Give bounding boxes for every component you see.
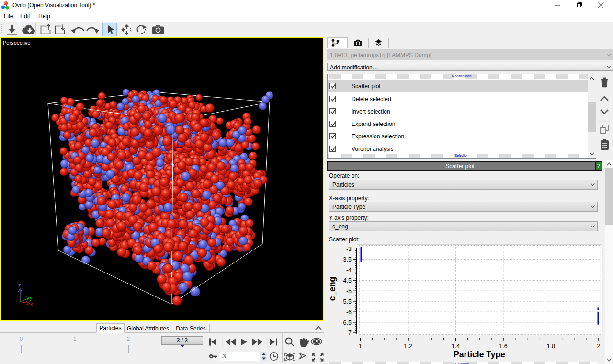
svg-text:1.6: 1.6 <box>499 343 507 350</box>
svg-text:2: 2 <box>597 343 601 350</box>
svg-text:-3: -3 <box>346 246 352 252</box>
svg-text:-6.5: -6.5 <box>341 319 352 326</box>
svg-text:x: x <box>30 301 33 307</box>
svg-text:-5: -5 <box>346 288 352 295</box>
svg-text:-6: -6 <box>346 309 352 316</box>
svg-text:Particle Type: Particle Type <box>454 350 505 359</box>
svg-text:-5.5: -5.5 <box>341 298 352 305</box>
svg-text:-4: -4 <box>346 267 352 273</box>
svg-text:y: y <box>30 295 33 301</box>
svg-text:-7: -7 <box>346 330 352 336</box>
svg-text:1.2: 1.2 <box>404 343 412 350</box>
svg-text:3: 3 <box>222 353 226 360</box>
svg-text:z: z <box>18 283 21 288</box>
svg-text:1: 1 <box>359 343 362 350</box>
svg-text:-3.5: -3.5 <box>341 256 352 263</box>
svg-text:1.4: 1.4 <box>452 343 460 350</box>
svg-text:1.8: 1.8 <box>547 343 555 350</box>
svg-text:c_eng: c_eng <box>328 277 337 301</box>
svg-text:-4.5: -4.5 <box>341 277 352 284</box>
